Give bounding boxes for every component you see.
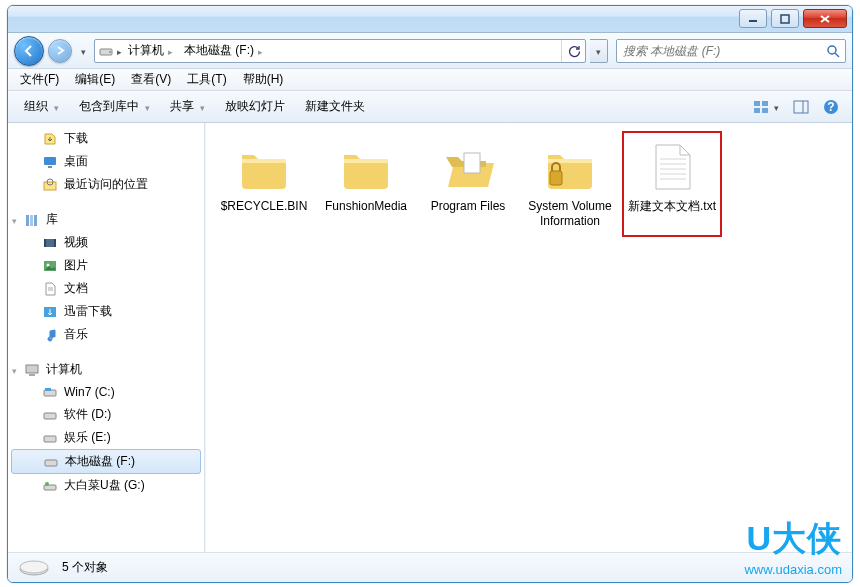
chevron-down-icon [774,100,779,114]
sidebar-videos[interactable]: 视频 [8,231,204,254]
svg-rect-41 [550,171,562,185]
expand-icon [12,213,17,227]
svg-rect-16 [44,157,56,165]
share-label: 共享 [170,98,194,115]
slideshow-button[interactable]: 放映幻灯片 [217,95,293,118]
breadcrumb[interactable]: 计算机 本地磁盘 (F:) [94,39,586,63]
organize-button[interactable]: 组织 [16,95,67,118]
menu-view[interactable]: 查看(V) [123,69,179,90]
breadcrumb-computer[interactable]: 计算机 [122,40,178,62]
sidebar-documents[interactable]: 文档 [8,277,204,300]
navbar: 计算机 本地磁盘 (F:) [8,33,852,69]
item-label: FunshionMedia [325,199,407,214]
body: 下载 桌面 最近访问的位置 库 视频 [8,123,852,552]
folder-icon [338,139,394,195]
nav-history-dropdown[interactable] [76,38,90,64]
sidebar-xunlei[interactable]: 迅雷下载 [8,300,204,323]
search-icon[interactable] [821,44,845,58]
menu-file[interactable]: 文件(F) [12,69,67,90]
svg-rect-9 [762,101,768,106]
sidebar-drive-f[interactable]: 本地磁盘 (F:) [11,449,201,474]
sidebar-downloads[interactable]: 下载 [8,127,204,150]
include-in-library-button[interactable]: 包含到库中 [71,95,158,118]
svg-point-39 [45,482,49,486]
sidebar-label: 娱乐 (E:) [64,429,111,446]
toolbar: 组织 包含到库中 共享 放映幻灯片 新建文件夹 ? [8,91,852,123]
sidebar-label: 库 [46,211,58,228]
svg-point-48 [20,561,48,573]
computer-head[interactable]: 计算机 [8,358,204,381]
svg-rect-37 [45,460,57,466]
chevron-down-icon [145,100,150,114]
menu-edit[interactable]: 编辑(E) [67,69,123,90]
sidebar-label: 本地磁盘 (F:) [65,453,135,470]
sidebar-label: 下载 [64,130,88,147]
folder-program-files[interactable]: Program Files [418,131,518,237]
newfolder-label: 新建文件夹 [305,98,365,115]
menu-help[interactable]: 帮助(H) [235,69,292,90]
drive-icon [42,407,58,423]
sidebar-desktop[interactable]: 桌面 [8,150,204,173]
drive-icon [18,555,50,580]
sidebar-music[interactable]: 音乐 [8,323,204,346]
folder-funshion[interactable]: FunshionMedia [316,131,416,237]
breadcrumb-drive-f[interactable]: 本地磁盘 (F:) [178,40,268,62]
content-pane[interactable]: $RECYCLE.BIN FunshionMedia Program Files… [205,123,852,552]
sidebar-drive-c[interactable]: Win7 (C:) [8,381,204,403]
chevron-down-icon [54,100,59,114]
video-icon [42,235,58,251]
item-label: $RECYCLE.BIN [221,199,308,214]
svg-rect-31 [26,365,38,373]
drive-icon [42,430,58,446]
favorites-group: 下载 桌面 最近访问的位置 [8,127,204,196]
status-count: 5 个对象 [62,559,108,576]
folder-recycle-bin[interactable]: $RECYCLE.BIN [214,131,314,237]
svg-rect-22 [34,215,37,226]
libraries-head[interactable]: 库 [8,208,204,231]
libraries-group: 库 视频 图片 文档 迅雷下载 [8,208,204,346]
sidebar-label: 图片 [64,257,88,274]
sidebar-label: 视频 [64,234,88,251]
new-folder-button[interactable]: 新建文件夹 [297,95,373,118]
search-box[interactable] [616,39,846,63]
svg-point-5 [109,51,111,53]
folder-system-volume[interactable]: System Volume Information [520,131,620,237]
help-button[interactable]: ? [818,96,844,118]
sidebar-drive-e[interactable]: 娱乐 (E:) [8,426,204,449]
close-button[interactable] [803,9,847,28]
navigation-pane[interactable]: 下载 桌面 最近访问的位置 库 视频 [8,123,205,552]
sidebar-pictures[interactable]: 图片 [8,254,204,277]
svg-rect-12 [794,101,808,113]
breadcrumb-label: 计算机 [128,42,164,59]
address-dropdown[interactable] [590,39,608,63]
sidebar-drive-g[interactable]: 大白菜U盘 (G:) [8,474,204,497]
svg-rect-8 [754,101,760,106]
svg-text:?: ? [827,100,834,114]
chevron-right-icon [168,44,173,58]
minimize-button[interactable] [739,9,767,28]
back-button[interactable] [14,36,44,66]
refresh-button[interactable] [561,40,585,62]
menu-tools[interactable]: 工具(T) [179,69,234,90]
sidebar-drive-d[interactable]: 软件 (D:) [8,403,204,426]
text-file-icon [644,139,700,195]
desktop-icon [42,154,58,170]
svg-rect-21 [30,215,33,226]
sidebar-label: 最近访问的位置 [64,176,148,193]
share-button[interactable]: 共享 [162,95,213,118]
documents-icon [42,281,58,297]
view-mode-button[interactable] [748,96,784,118]
svg-rect-17 [48,166,52,168]
preview-pane-button[interactable] [788,96,814,118]
sidebar-label: Win7 (C:) [64,385,115,399]
svg-point-27 [47,263,50,266]
maximize-button[interactable] [771,9,799,28]
search-input[interactable] [617,44,821,58]
forward-button[interactable] [48,39,72,63]
sidebar-recent[interactable]: 最近访问的位置 [8,173,204,196]
organize-label: 组织 [24,98,48,115]
svg-rect-24 [44,239,46,247]
file-new-text[interactable]: 新建文本文档.txt [622,131,722,237]
sidebar-label: 大白菜U盘 (G:) [64,477,145,494]
expand-icon [12,363,17,377]
